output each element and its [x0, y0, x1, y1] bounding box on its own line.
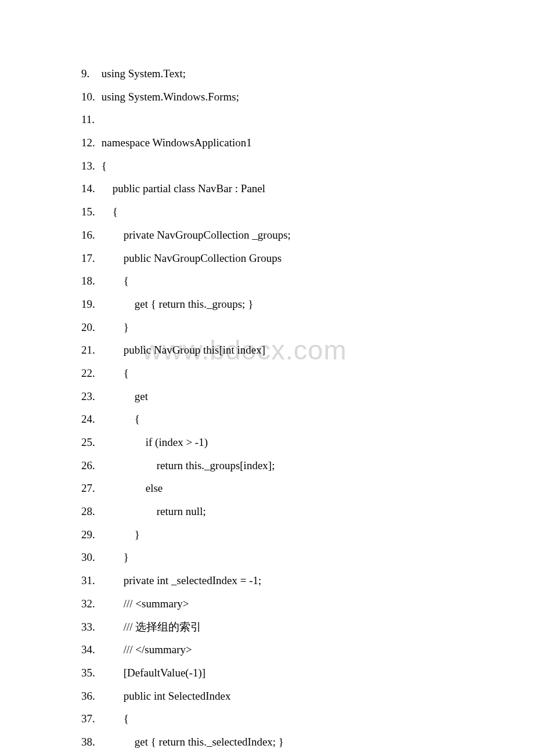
code-text: return this._groups[index]; — [99, 459, 275, 473]
code-line: 28. return null; — [81, 505, 453, 519]
code-text: /// <summary> — [99, 597, 189, 611]
line-number: 22. — [81, 366, 99, 381]
code-line: 33. /// 选择组的索引 — [81, 620, 453, 635]
code-text: public int SelectedIndex — [99, 689, 230, 704]
code-line: 32. /// <summary> — [81, 597, 453, 611]
code-line: 14. public partial class NavBar : Panel — [81, 182, 453, 196]
code-line: 10. using System.Windows.Forms; — [81, 90, 453, 105]
code-line: 17. public NavGroupCollection Groups — [81, 251, 453, 266]
code-line: 23. get — [81, 390, 453, 404]
code-text: namespace WindowsApplication1 — [99, 136, 252, 150]
line-number: 20. — [81, 321, 99, 335]
code-line: 13. { — [81, 159, 453, 174]
code-text: } — [99, 528, 140, 542]
line-number: 30. — [81, 550, 99, 565]
code-text: } — [99, 321, 129, 335]
line-number: 33. — [81, 620, 99, 635]
code-line: 11. — [81, 113, 453, 127]
code-text: return null; — [99, 505, 206, 519]
line-number: 27. — [81, 481, 99, 496]
line-number: 26. — [81, 459, 99, 473]
code-line: 34. /// </summary> — [81, 643, 453, 657]
code-line: 31. private int _selectedIndex = -1; — [81, 574, 453, 588]
line-number: 36. — [81, 689, 99, 704]
line-number: 10. — [81, 90, 99, 105]
code-line: 27. else — [81, 481, 453, 496]
code-text: using System.Text; — [99, 67, 186, 81]
code-text: public NavGroup this[int index] — [99, 343, 265, 358]
code-line: 36. public int SelectedIndex — [81, 689, 453, 704]
line-number: 17. — [81, 251, 99, 266]
line-number: 32. — [81, 597, 99, 611]
code-text: { — [99, 205, 118, 219]
line-number: 19. — [81, 297, 99, 312]
code-text: public NavGroupCollection Groups — [99, 251, 282, 266]
code-line: 30. } — [81, 550, 453, 565]
line-number: 21. — [81, 343, 99, 358]
line-number: 11. — [81, 113, 99, 127]
line-number: 9. — [81, 67, 99, 81]
code-text: get — [99, 390, 148, 404]
line-number: 12. — [81, 136, 99, 150]
code-text: get { return this._selectedIndex; } — [99, 735, 284, 750]
line-number: 38. — [81, 735, 99, 750]
code-line: 29. } — [81, 528, 453, 542]
line-number: 37. — [81, 712, 99, 726]
line-number: 25. — [81, 435, 99, 450]
code-text: { — [99, 712, 129, 726]
code-line: 12. namespace WindowsApplication1 — [81, 136, 453, 150]
line-number: 34. — [81, 643, 99, 657]
code-line: 25. if (index > -1) — [81, 435, 453, 450]
code-text: private int _selectedIndex = -1; — [99, 574, 261, 588]
code-text: { — [99, 159, 107, 174]
code-text: { — [99, 274, 129, 289]
code-text: { — [99, 366, 129, 381]
code-line: 26. return this._groups[index]; — [81, 459, 453, 473]
code-line: 18. { — [81, 274, 453, 289]
code-line: 16. private NavGroupCollection _groups; — [81, 228, 453, 243]
code-text: public partial class NavBar : Panel — [99, 182, 265, 196]
line-number: 18. — [81, 274, 99, 289]
code-line: 35. [DefaultValue(-1)] — [81, 666, 453, 681]
code-line: 22. { — [81, 366, 453, 381]
code-text: { — [99, 412, 140, 427]
line-number: 24. — [81, 412, 99, 427]
code-line: 37. { — [81, 712, 453, 726]
line-number: 15. — [81, 205, 99, 219]
code-line: 9. using System.Text; — [81, 67, 453, 81]
line-number: 29. — [81, 528, 99, 542]
code-block: 9. using System.Text; 10. using System.W… — [81, 67, 453, 756]
line-number: 13. — [81, 159, 99, 174]
code-text: [DefaultValue(-1)] — [99, 666, 205, 681]
code-text: if (index > -1) — [99, 435, 208, 450]
code-text: private NavGroupCollection _groups; — [99, 228, 291, 243]
code-text: using System.Windows.Forms; — [99, 90, 239, 105]
line-number: 14. — [81, 182, 99, 196]
code-line: 21. public NavGroup this[int index] — [81, 343, 453, 358]
code-line: 19. get { return this._groups; } — [81, 297, 453, 312]
code-line: 20. } — [81, 321, 453, 335]
line-number: 31. — [81, 574, 99, 588]
code-text: else — [99, 481, 163, 496]
code-text: /// </summary> — [99, 643, 192, 657]
code-line: 24. { — [81, 412, 453, 427]
code-text: } — [99, 550, 129, 565]
code-line: 38. get { return this._selectedIndex; } — [81, 735, 453, 750]
line-number: 35. — [81, 666, 99, 681]
code-text: /// 选择组的索引 — [99, 620, 201, 635]
code-line: 15. { — [81, 205, 453, 219]
line-number: 23. — [81, 390, 99, 404]
code-text: get { return this._groups; } — [99, 297, 253, 312]
line-number: 16. — [81, 228, 99, 243]
line-number: 28. — [81, 505, 99, 519]
